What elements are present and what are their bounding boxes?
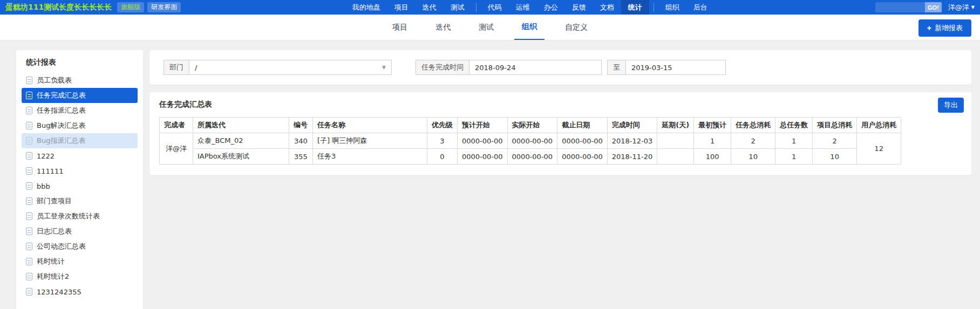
nav-separator xyxy=(476,3,477,12)
sidebar-item-label: 日志汇总表 xyxy=(37,226,72,236)
task-count-cell: 1 xyxy=(775,149,813,164)
tab-test[interactable]: 测试 xyxy=(471,16,501,39)
department-value: / xyxy=(195,64,197,72)
sidebar-item-label: Bug指派汇总表 xyxy=(37,136,85,146)
priority-cell: 3 xyxy=(427,133,458,149)
user-menu[interactable]: 洋@洋 ▼ xyxy=(948,3,975,12)
ui-mode-badge[interactable]: 研发界面 xyxy=(147,2,181,12)
tab-organization[interactable]: 组织 xyxy=(514,15,545,40)
deadline-cell: 0000-00-00 xyxy=(557,133,608,149)
sidebar-item-company-dynamics[interactable]: 公司动态汇总表 xyxy=(22,239,138,254)
top-navbar: 蛋糕坊111测试长度长长长长长 旗舰版 研发界面 我的地盘 项目 迭代 测试 代… xyxy=(0,0,980,15)
task-consumed-cell: 2 xyxy=(731,133,775,149)
finish-time-label: 任务完成时间 xyxy=(416,60,469,75)
end-date-input[interactable]: 2019-03-15 xyxy=(626,60,726,75)
initial-estimate-cell: 1 xyxy=(694,133,731,149)
document-icon xyxy=(26,92,32,99)
sidebar-item-label: 任务完成汇总表 xyxy=(37,91,86,100)
nav-item-organization[interactable]: 组织 xyxy=(658,0,686,15)
nav-item-admin[interactable]: 后台 xyxy=(686,0,714,15)
nav-item-sprint[interactable]: 迭代 xyxy=(416,0,444,15)
sidebar-item-label: 任务指派汇总表 xyxy=(37,106,86,115)
sidebar-item-label: 员工登录次数统计表 xyxy=(37,211,100,221)
sidebar-item-111111[interactable]: 111111 xyxy=(22,163,138,178)
nav-item-test[interactable]: 测试 xyxy=(444,0,472,15)
department-select[interactable]: / ▼ xyxy=(189,60,392,75)
main-menu: 我的地盘 项目 迭代 测试 代码 运维 办公 反馈 文档 统计 组织 后台 xyxy=(184,0,875,15)
chevron-down-icon: ▼ xyxy=(382,65,386,70)
sub-navbar: 项目 迭代 测试 组织 自定义 + 新增报表 xyxy=(0,15,980,40)
sidebar-item-label: 111111 xyxy=(37,167,64,175)
nav-item-code[interactable]: 代码 xyxy=(481,0,509,15)
user-name: 洋@洋 xyxy=(948,3,969,12)
col-task-name: 任务名称 xyxy=(313,118,427,133)
nav-item-stats[interactable]: 统计 xyxy=(621,0,649,15)
document-icon xyxy=(26,77,32,84)
document-icon xyxy=(26,182,32,190)
sidebar-item-label: 公司动态汇总表 xyxy=(37,242,86,251)
search-go-button[interactable]: GO! xyxy=(925,2,942,12)
sidebar-item-label: 1222 xyxy=(37,152,55,160)
sidebar-item-1222[interactable]: 1222 xyxy=(22,148,138,163)
col-finisher: 完成者 xyxy=(160,118,193,133)
delay-cell xyxy=(657,133,694,149)
sidebar-item-1231242355[interactable]: 1231242355 xyxy=(22,284,138,299)
document-icon xyxy=(26,167,32,175)
task-count-cell: 1 xyxy=(775,133,813,149)
finished-time-cell: 2018-11-20 xyxy=(607,149,657,164)
sidebar-item-task-assign-summary[interactable]: 任务指派汇总表 xyxy=(22,103,138,118)
task-consumed-cell: 10 xyxy=(731,149,775,164)
nav-item-doc[interactable]: 文档 xyxy=(593,0,621,15)
finish-time-filter: 任务完成时间 2018-09-24 至 2019-03-15 xyxy=(416,60,726,75)
search-input[interactable] xyxy=(875,2,925,12)
nav-item-project[interactable]: 项目 xyxy=(387,0,416,15)
act-start-cell: 0000-00-00 xyxy=(507,133,557,149)
task-id-cell: 340 xyxy=(289,133,313,149)
tab-custom[interactable]: 自定义 xyxy=(557,16,595,39)
report-sidebar: 统计报表 员工负载表 任务完成汇总表 任务指派汇总表 Bug解决汇总表 Bug指… xyxy=(16,50,143,309)
department-label: 部门 xyxy=(164,60,189,75)
col-act-start: 实际开始 xyxy=(507,118,557,133)
task-name-cell: 任务3 xyxy=(313,149,427,164)
sidebar-item-label: bbb xyxy=(37,182,50,190)
document-icon xyxy=(26,243,32,250)
col-iteration: 所属迭代 xyxy=(193,118,289,133)
tab-sprint[interactable]: 迭代 xyxy=(428,16,458,39)
start-date-input[interactable]: 2018-09-24 xyxy=(469,60,602,75)
chevron-down-icon: ▼ xyxy=(971,5,975,10)
tab-project[interactable]: 项目 xyxy=(385,16,415,39)
project-consumed-cell: 10 xyxy=(813,149,857,164)
table-header-row: 完成者 所属迭代 编号 任务名称 优先级 预计开始 实际开始 截止日期 完成时间… xyxy=(160,118,901,133)
sidebar-item-log-summary[interactable]: 日志汇总表 xyxy=(22,224,138,239)
col-task-count: 总任务数 xyxy=(775,118,813,133)
sidebar-item-bug-assign-summary[interactable]: Bug指派汇总表 xyxy=(22,133,138,148)
sidebar-item-label: Bug解决汇总表 xyxy=(37,121,85,131)
sidebar-item-bug-resolve-summary[interactable]: Bug解决汇总表 xyxy=(22,118,138,133)
task-finish-summary-table: 完成者 所属迭代 编号 任务名称 优先级 预计开始 实际开始 截止日期 完成时间… xyxy=(159,117,901,164)
document-icon xyxy=(26,152,32,160)
plus-icon: + xyxy=(927,24,931,32)
sidebar-item-label: 耗时统计 xyxy=(37,257,65,266)
nav-item-ops[interactable]: 运维 xyxy=(509,0,537,15)
brand-title: 蛋糕坊111测试长度长长长长长 xyxy=(5,3,112,12)
export-button[interactable]: 导出 xyxy=(938,98,964,113)
sidebar-item-time-stats[interactable]: 耗时统计 xyxy=(22,254,138,269)
sidebar-item-task-finish-summary[interactable]: 任务完成汇总表 xyxy=(22,88,138,103)
act-start-cell: 0000-00-00 xyxy=(507,149,557,164)
sidebar-title: 统计报表 xyxy=(22,58,138,73)
global-search: GO! xyxy=(875,2,942,12)
nav-item-dashboard[interactable]: 我的地盘 xyxy=(345,0,387,15)
sidebar-item-dept-projects[interactable]: 部门查项目 xyxy=(22,194,138,209)
content-area: 统计报表 员工负载表 任务完成汇总表 任务指派汇总表 Bug解决汇总表 Bug指… xyxy=(0,40,980,309)
sidebar-item-bbb[interactable]: bbb xyxy=(22,178,138,194)
col-user-consumed: 用户总消耗 xyxy=(857,118,901,133)
navbar-right: GO! 洋@洋 ▼ xyxy=(875,0,975,15)
add-report-button[interactable]: + 新增报表 xyxy=(918,19,971,37)
col-priority: 优先级 xyxy=(427,118,458,133)
sidebar-item-login-count[interactable]: 员工登录次数统计表 xyxy=(22,209,138,224)
sidebar-item-time-stats-2[interactable]: 耗时统计2 xyxy=(22,269,138,284)
nav-item-office[interactable]: 办公 xyxy=(537,0,565,15)
sidebar-item-employee-load[interactable]: 员工负载表 xyxy=(22,73,138,88)
report-title: 任务完成汇总表 xyxy=(159,100,962,109)
nav-item-feedback[interactable]: 反馈 xyxy=(565,0,593,15)
